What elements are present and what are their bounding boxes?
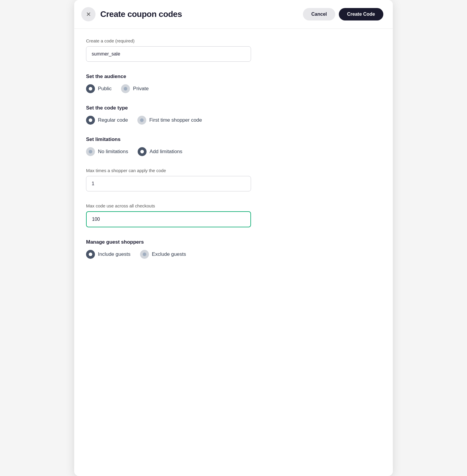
limitations-radio-group: No limitations Add limitations [86,147,381,156]
guest-shoppers-section: Manage guest shoppers Include guests Exc… [86,239,381,259]
guests-include-option[interactable]: Include guests [86,250,131,259]
code-type-regular-radio[interactable] [86,116,95,125]
header-buttons: Cancel Create Code [303,8,383,20]
modal-header: ✕ Create coupon codes Cancel Create Code [74,0,393,29]
audience-public-radio[interactable] [86,84,95,93]
limitations-add-radio[interactable] [138,147,147,156]
code-type-first-time-radio[interactable] [137,116,146,125]
close-icon: ✕ [86,11,91,18]
audience-public-option[interactable]: Public [86,84,112,93]
cancel-button[interactable]: Cancel [303,8,335,20]
limitations-add-option[interactable]: Add limitations [138,147,182,156]
code-type-regular-label: Regular code [98,117,128,123]
limitations-no-radio[interactable] [86,147,95,156]
guests-exclude-label: Exclude guests [152,251,186,257]
max-shopper-input-wrapper [86,176,251,191]
code-type-first-time-label: First time shopper code [149,117,202,123]
limitations-add-radio-inner [140,150,144,153]
guests-exclude-radio-inner [143,253,146,256]
audience-title: Set the audience [86,74,381,80]
audience-private-radio-inner [124,87,127,91]
max-checkout-input-wrapper [86,211,251,227]
modal-title: Create coupon codes [100,9,182,19]
guests-include-radio[interactable] [86,250,95,259]
code-type-title: Set the code type [86,105,381,111]
guest-shoppers-title: Manage guest shoppers [86,239,381,245]
audience-private-label: Private [133,86,149,92]
max-shopper-input[interactable] [86,176,251,191]
limitations-no-option[interactable]: No limitations [86,147,128,156]
limitations-add-label: Add limitations [150,149,182,155]
code-field-section: Create a code (required) [86,38,381,62]
code-type-first-time-option[interactable]: First time shopper code [137,116,202,125]
code-type-regular-radio-inner [89,118,92,122]
audience-radio-group: Public Private [86,84,381,93]
audience-private-option[interactable]: Private [121,84,149,93]
guest-shoppers-radio-group: Include guests Exclude guests [86,250,381,259]
guests-include-label: Include guests [98,251,131,257]
header-left: ✕ Create coupon codes [81,7,182,21]
guests-include-radio-inner [89,253,92,256]
max-checkout-input[interactable] [86,211,251,227]
guests-exclude-option[interactable]: Exclude guests [140,250,186,259]
audience-section: Set the audience Public Private [86,74,381,93]
audience-private-radio[interactable] [121,84,130,93]
modal-body: Create a code (required) Set the audienc… [74,29,393,280]
audience-public-label: Public [98,86,112,92]
close-button[interactable]: ✕ [81,7,96,21]
max-shopper-section: Max times a shopper can apply the code [86,168,381,191]
code-type-section: Set the code type Regular code First tim… [86,105,381,125]
limitations-section: Set limitations No limitations Add limit… [86,137,381,156]
guests-exclude-radio[interactable] [140,250,149,259]
max-checkout-label: Max code use across all checkouts [86,203,381,208]
code-input[interactable] [86,46,251,62]
max-shopper-label: Max times a shopper can apply the code [86,168,381,173]
code-type-first-time-radio-inner [140,118,144,122]
limitations-no-label: No limitations [98,149,128,155]
limitations-no-radio-inner [89,150,92,153]
audience-public-radio-inner [89,87,92,91]
max-checkout-section: Max code use across all checkouts [86,203,381,227]
create-code-button[interactable]: Create Code [339,8,383,20]
code-type-radio-group: Regular code First time shopper code [86,116,381,125]
code-type-regular-option[interactable]: Regular code [86,116,128,125]
limitations-title: Set limitations [86,137,381,142]
code-field-label: Create a code (required) [86,38,381,43]
create-coupon-modal: ✕ Create coupon codes Cancel Create Code… [74,0,393,476]
